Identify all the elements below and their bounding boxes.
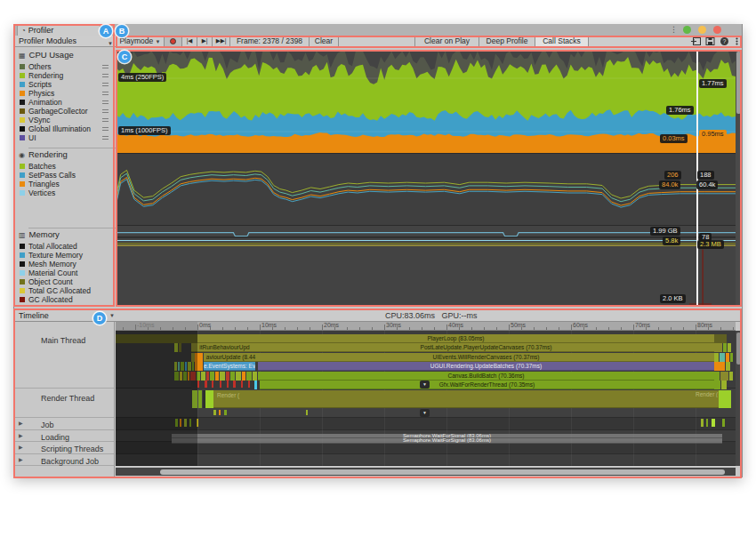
- legend-color-swatch: [20, 270, 25, 276]
- timeline-segment: [242, 372, 245, 381]
- tab-profiler[interactable]: ◔Profiler: [17, 24, 101, 36]
- legend-item-texture-memory[interactable]: Texture Memory: [14, 251, 114, 260]
- chevron-down-icon[interactable]: ▼: [109, 313, 115, 318]
- timeline-bar-gfx-waitforrenderthread-70-35ms-[interactable]: Gfx.WaitForRenderThread (70.35ms): [260, 381, 714, 389]
- drag-handle-icon[interactable]: [102, 92, 109, 92]
- module-header-rendering[interactable]: ◉Rendering: [14, 149, 114, 160]
- current-frame-button[interactable]: ▶▶|: [213, 36, 230, 46]
- timeline-vscrollbar-thumb[interactable]: [736, 333, 741, 365]
- module-header-memory[interactable]: ▥Memory: [14, 229, 114, 240]
- expand-arrow-icon[interactable]: ▶: [19, 456, 23, 462]
- ruler-tick: [384, 325, 385, 330]
- legend-item-gc-allocated[interactable]: GC Allocated: [14, 295, 114, 304]
- timeline-segment: [206, 372, 209, 381]
- kebab-menu-icon[interactable]: [733, 36, 741, 46]
- timeline-ruler: -10ms0ms10ms20ms30ms40ms50ms60ms70ms80ms: [116, 322, 736, 331]
- legend-item-total-allocated[interactable]: Total Allocated: [14, 242, 114, 251]
- thread-row-scripting-threads[interactable]: ▶Scripting Threads: [14, 442, 114, 454]
- memory-chart[interactable]: [116, 225, 736, 307]
- timeline-tracks[interactable]: Render (Render (PlayerLoop (83.05ms)Post…: [116, 331, 736, 466]
- window-menu-icon[interactable]: ⋮: [670, 25, 678, 34]
- expand-arrow-icon[interactable]: ▶: [19, 432, 23, 438]
- drag-handle-icon[interactable]: [102, 74, 109, 75]
- drag-handle-icon[interactable]: [102, 118, 109, 119]
- call-stacks-button[interactable]: Call Stacks: [535, 36, 589, 46]
- legend-item-global-illumination[interactable]: Global Illumination: [14, 124, 114, 133]
- save-profile-icon[interactable]: [704, 36, 716, 46]
- drag-handle-icon[interactable]: [102, 127, 109, 128]
- legend-item-scripts[interactable]: Scripts: [14, 80, 114, 89]
- thread-track-band: [116, 454, 736, 466]
- drag-handle-icon[interactable]: [102, 65, 109, 66]
- timeline-bar-itrunbehaviourupd[interactable]: itRunBehaviourUpd: [191, 343, 258, 352]
- timeline-bar-render-label: Render (: [696, 391, 719, 397]
- chart-scrollbar-thumb[interactable]: [736, 52, 741, 114]
- legend-item-vsync[interactable]: VSync: [14, 116, 114, 124]
- timeline-segment: [306, 410, 308, 415]
- clear-on-play-button[interactable]: Clear on Play: [414, 36, 479, 46]
- thread-label: Main Thread: [41, 336, 85, 345]
- legend-label: Animation: [28, 98, 62, 107]
- flow-marker-icon[interactable]: ▼: [420, 381, 430, 389]
- timeline-hscrollbar-thumb[interactable]: [160, 469, 725, 475]
- drag-handle-icon[interactable]: [102, 100, 109, 101]
- drag-handle-icon[interactable]: [102, 83, 109, 84]
- drag-handle-icon[interactable]: [102, 136, 109, 137]
- timeline-bar-e-eventsystems-ev[interactable]: e.EventSystems: Ev: [204, 362, 255, 371]
- timeline-bar-postlateupdate-playerupdatecanvases-70-37ms-[interactable]: PostLateUpdate.PlayerUpdateCanvases (70.…: [258, 343, 714, 352]
- thread-row-background-job[interactable]: ▶Background Job: [14, 454, 114, 466]
- legend-item-ui[interactable]: UI: [14, 133, 114, 142]
- legend-item-vertices[interactable]: Vertices: [14, 188, 114, 197]
- legend-item-triangles[interactable]: Triangles: [14, 180, 114, 188]
- legend-item-others[interactable]: Others: [14, 62, 114, 71]
- rendering-chart[interactable]: [116, 153, 736, 225]
- legend-item-object-count[interactable]: Object Count: [14, 277, 114, 286]
- timeline-segment: [720, 353, 725, 362]
- legend-color-swatch: [20, 252, 25, 258]
- ruler-tick: [235, 327, 236, 330]
- clear-button[interactable]: Clear: [310, 36, 339, 46]
- legend-item-setpass-calls[interactable]: SetPass Calls: [14, 171, 114, 180]
- ruler-tick: [409, 327, 410, 330]
- value-chip-1ms-1000fps-: 1ms (1000FPS): [118, 126, 171, 135]
- ruler-label-50ms: 50ms: [511, 322, 526, 328]
- timeline-bar-playerloop-83-05ms-[interactable]: PlayerLoop (83.05ms): [197, 334, 714, 343]
- help-icon[interactable]: ?: [719, 36, 730, 46]
- traffic-light-green[interactable]: [683, 26, 691, 34]
- flow-marker-icon[interactable]: ▼: [420, 409, 430, 417]
- timeline-view-dropdown[interactable]: Timeline: [19, 311, 49, 320]
- legend-item-physics[interactable]: Physics: [14, 89, 114, 98]
- timeline-bar-ugui-rendering-updatebatches-70-37ms-[interactable]: UGUI.Rendering.UpdateBatches (70.37ms): [258, 362, 714, 371]
- legend-item-total-gc-allocated[interactable]: Total GC Allocated: [14, 286, 114, 295]
- timeline-bar-render[interactable]: Render (: [213, 390, 719, 408]
- traffic-light-red[interactable]: [713, 26, 721, 34]
- expand-arrow-icon[interactable]: ▶: [19, 420, 23, 426]
- load-profile-icon[interactable]: [690, 36, 702, 46]
- value-chip-0-03ms: 0.03ms: [660, 134, 688, 143]
- legend-item-rendering[interactable]: Rendering: [14, 71, 114, 80]
- legend-item-garbagecollector[interactable]: GarbageCollector: [14, 107, 114, 116]
- timeline-bar-aviourupdate-8-44[interactable]: aviourUpdate (8.44: [204, 353, 258, 362]
- cpu-usage-chart[interactable]: [116, 50, 736, 153]
- ruler-tick: [247, 327, 248, 330]
- expand-arrow-icon[interactable]: ▶: [19, 444, 23, 450]
- ruler-tick: [658, 327, 659, 330]
- deep-profile-button[interactable]: Deep Profile: [479, 36, 535, 46]
- module-header-cpu-usage[interactable]: ▦CPU Usage: [14, 50, 114, 60]
- drag-handle-icon[interactable]: [102, 109, 109, 110]
- thread-row-job[interactable]: ▶Job: [14, 418, 114, 430]
- prev-frame-button[interactable]: |◀: [182, 36, 197, 46]
- legend-item-material-count[interactable]: Material Count: [14, 268, 114, 277]
- profiler-modules-dropdown[interactable]: Profiler Modules ▼: [14, 36, 115, 47]
- timeline-bar-semaphore-waitforsignal[interactable]: Semaphore.WaitForSignal (83.06ms): [172, 438, 722, 444]
- legend-item-batches[interactable]: Batches: [14, 162, 114, 171]
- timeline-bar-uievents-willrendercanvases-70-37ms-[interactable]: UIEvents.WillRenderCanvases (70.37ms): [258, 353, 714, 362]
- legend-item-mesh-memory[interactable]: Mesh Memory: [14, 260, 114, 268]
- legend-item-animation[interactable]: Animation: [14, 98, 114, 107]
- thread-row-loading[interactable]: ▶Loading: [14, 430, 114, 442]
- timeline-bar-canvas-buildbatch-70-36ms-[interactable]: Canvas.BuildBatch (70.36ms): [258, 372, 714, 381]
- traffic-light-yellow[interactable]: [698, 26, 706, 34]
- record-button[interactable]: [165, 36, 182, 46]
- next-frame-button[interactable]: ▶|: [197, 36, 213, 46]
- legend-color-swatch: [20, 100, 25, 105]
